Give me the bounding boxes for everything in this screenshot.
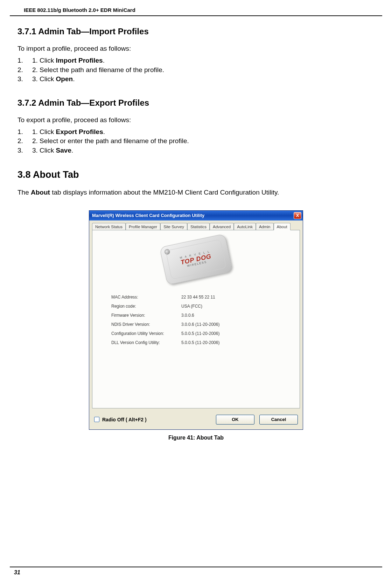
info-value: 3.0.0.6 [181, 313, 194, 318]
info-label: Region code: [111, 304, 181, 309]
info-label: NDIS Driver Version: [111, 322, 181, 327]
info-label: Firmware Version: [111, 313, 181, 318]
li-text: 1. Click [32, 57, 56, 64]
li-suffix: . [71, 147, 73, 154]
li-text: 3. Click [32, 147, 56, 154]
li-text: 2. Select the path and filename of the p… [32, 66, 164, 73]
tab-profile-manager[interactable]: Profile Manager [126, 223, 160, 230]
list-371: 1.1. Click Import Profiles. 2.2. Select … [18, 56, 374, 84]
para-prefix: The [18, 189, 31, 196]
li-num: 2. [18, 136, 32, 146]
info-value: 5.0.0.5 (11-20-2006) [181, 331, 219, 336]
tab-statistics[interactable]: Statistics [187, 223, 210, 230]
info-table: MAC Address:22 33 44 55 22 11 Region cod… [111, 293, 281, 347]
logo-tag-icon: M A R V E L L TOP DOG WIRELESS [160, 233, 233, 285]
tab-admin[interactable]: Admin [256, 223, 274, 230]
info-value: 22 33 44 55 22 11 [181, 295, 215, 300]
page-content: 3.7.1 Admin Tab—Import Profiles To impor… [0, 16, 392, 448]
li-num: 2. [18, 65, 32, 75]
tab-advanced[interactable]: Advanced [210, 223, 234, 230]
cancel-button[interactable]: Cancel [259, 415, 298, 425]
li-suffix: . [103, 57, 105, 64]
header-title: IEEE 802.11b/g Bluetooth 2.0+ EDR MiniCa… [24, 7, 135, 13]
logo-area: M A R V E L L TOP DOG WIRELESS [92, 230, 300, 293]
list-item: 2.2. Select the path and filename of the… [18, 65, 374, 75]
tab-body: M A R V E L L TOP DOG WIRELESS MAC Addre… [92, 230, 300, 408]
close-button[interactable]: X [294, 212, 301, 219]
list-item: 1.1. Click Import Profiles. [18, 56, 374, 65]
titlebar[interactable]: Marvell(R) Wireless Client Card Configur… [89, 211, 303, 220]
app-window: Marvell(R) Wireless Client Card Configur… [89, 210, 303, 430]
screenshot-wrap: Marvell(R) Wireless Client Card Configur… [18, 210, 374, 441]
info-label: MAC Address: [111, 295, 181, 300]
ok-button[interactable]: OK [216, 415, 254, 425]
li-num: 1. [18, 127, 32, 137]
li-text: 3. Click [32, 75, 56, 83]
info-row: Firmware Version:3.0.0.6 [111, 311, 281, 320]
list-item: 3.3. Click Open. [18, 75, 374, 84]
info-row: Configuration Utility Version:5.0.0.5 (1… [111, 329, 281, 338]
tabstrip: Network Status Profile Manager Site Surv… [89, 220, 303, 230]
para-suffix: tab displays information about the MM210… [50, 189, 279, 196]
li-bold: Save [56, 147, 71, 154]
li-bold: Import Profiles [56, 57, 103, 64]
radio-off-checkbox[interactable] [94, 417, 99, 422]
list-item: 2.2. Select or enter the path and filena… [18, 136, 374, 146]
heading-38: 3.8 About Tab [18, 169, 374, 180]
list-item: 1.1. Click Export Profiles. [18, 127, 374, 137]
radio-off-group[interactable]: Radio Off ( Alt+F2 ) [94, 417, 147, 422]
para-38: The About tab displays information about… [18, 189, 374, 196]
button-row: OK Cancel [216, 415, 298, 425]
page-header: IEEE 802.11b/g Bluetooth 2.0+ EDR MiniCa… [10, 4, 382, 16]
li-bold: Open [56, 75, 73, 83]
li-text: 2. Select or enter the path and filename… [32, 137, 189, 145]
tab-about[interactable]: About [274, 223, 290, 230]
bottom-bar: Radio Off ( Alt+F2 ) OK Cancel [89, 411, 303, 429]
heading-372: 3.7.2 Admin Tab—Export Profiles [18, 98, 374, 108]
logo-inner: M A R V E L L TOP DOG WIRELESS [166, 239, 226, 279]
tab-network-status[interactable]: Network Status [92, 223, 126, 230]
info-row: DLL Version Config Utility:5.0.0.5 (11-2… [111, 338, 281, 347]
info-row: Region code:USA (FCC) [111, 302, 281, 311]
intro-372: To export a profile, proceed as follows: [18, 116, 374, 124]
li-suffix: . [103, 128, 105, 135]
window-title: Marvell(R) Wireless Client Card Configur… [92, 213, 204, 218]
li-suffix: . [73, 75, 75, 83]
page-footer: 31 [10, 567, 382, 576]
list-item: 3.3. Click Save. [18, 146, 374, 155]
intro-371: To import a profile, proceed as follows: [18, 45, 374, 52]
page-number: 31 [14, 569, 20, 575]
info-value: USA (FCC) [181, 304, 202, 309]
list-372: 1.1. Click Export Profiles. 2.2. Select … [18, 127, 374, 155]
li-num: 3. [18, 146, 32, 155]
info-value: 5.0.0.5 (11-20-2006) [181, 340, 219, 345]
info-row: MAC Address:22 33 44 55 22 11 [111, 293, 281, 302]
li-bold: Export Profiles [56, 128, 103, 135]
info-label: DLL Version Config Utility: [111, 340, 181, 345]
tab-autolink[interactable]: AutoLink [234, 223, 256, 230]
heading-371: 3.7.1 Admin Tab—Import Profiles [18, 27, 374, 36]
figure-caption: Figure 41: About Tab [18, 435, 374, 441]
tab-site-survey[interactable]: Site Survey [160, 223, 187, 230]
info-label: Configuration Utility Version: [111, 331, 181, 336]
li-num: 3. [18, 75, 32, 84]
info-row: NDIS Driver Version:3.0.0.6 (11-20-2006) [111, 320, 281, 329]
info-value: 3.0.0.6 (11-20-2006) [181, 322, 219, 327]
li-num: 1. [18, 56, 32, 65]
li-text: 1. Click [32, 128, 56, 135]
radio-off-label: Radio Off ( Alt+F2 ) [102, 417, 147, 422]
para-bold: About [31, 189, 50, 196]
